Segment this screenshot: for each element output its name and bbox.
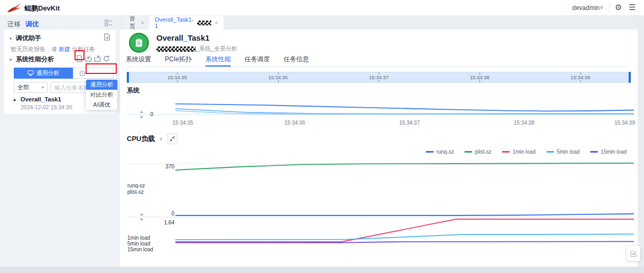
y-axis-name: plist-sz	[127, 189, 144, 195]
y-axis-name: runq-sz	[127, 183, 145, 189]
timeline-label: 15:34:36	[268, 74, 288, 80]
x-tick: 15:34:39	[614, 120, 635, 126]
assistant-empty-text: 暂无历史报告，请 新建 分析任务	[11, 45, 95, 53]
y-max-label: 1.64	[164, 220, 175, 225]
new-task-icon[interactable]	[76, 55, 83, 62]
tab-task-info[interactable]: 任务信息	[284, 55, 309, 67]
new-report-icon[interactable]	[104, 33, 110, 41]
series-5min load	[175, 234, 634, 239]
cpu-load-legend: runq-sz plist-sz 1min load 5min load 15m…	[127, 149, 627, 155]
chevron-down-icon[interactable]: ∨	[159, 136, 163, 142]
task-status-icon-inner	[130, 34, 147, 51]
menu-item-ai-tuning[interactable]: AI调优	[86, 100, 117, 110]
edit-icon	[630, 250, 637, 257]
tab-home[interactable]: 首页 ×	[124, 16, 150, 30]
right-gutter	[638, 16, 644, 267]
history-analysis-button[interactable]	[73, 68, 114, 79]
task-tree-item[interactable]: ▸ Overall_Task1	[14, 96, 61, 102]
y-axis-name: 15min load	[127, 247, 153, 252]
divider	[126, 67, 629, 67]
collapse-icon	[169, 136, 175, 142]
tab-overall-task1[interactable]: Overall_Task1-1 ×	[150, 16, 223, 30]
cpu-load-chart[interactable]: 370 runq-sz plist-sz 0 1.64 1min load 5m…	[120, 157, 638, 256]
task-type-select[interactable]: 全部 ▾	[14, 82, 48, 93]
close-icon[interactable]: ×	[215, 20, 218, 26]
refresh-icon[interactable]	[103, 55, 110, 62]
monitor-icon	[27, 70, 34, 76]
caret-down-icon: ▾	[42, 85, 44, 90]
legend-item-1min-load[interactable]: 1min load	[502, 149, 535, 155]
tab-system-settings[interactable]: 系统设置	[126, 55, 151, 67]
close-icon[interactable]: ×	[141, 20, 144, 26]
menu-item-compare-analysis[interactable]: 对比分析	[86, 90, 117, 100]
series-sys-line-1	[175, 104, 634, 111]
task-name: Overall_Task1	[21, 96, 61, 102]
sidebar-tab-migration[interactable]: 迁移	[7, 20, 21, 29]
timeline-tick: 15:34:36	[268, 72, 288, 82]
sysperf-section-title: 系统性能分析	[16, 55, 54, 63]
page-subtitle: _系统_全景分析	[156, 45, 237, 53]
caret-down-icon: ▾	[10, 57, 12, 62]
system-chart-series	[175, 104, 634, 115]
tree-view-icon[interactable]	[105, 20, 113, 27]
collapse-chart-button[interactable]	[167, 134, 178, 144]
sysperf-section-header[interactable]: ▾ 系统性能分析	[10, 55, 54, 64]
brand-logo-icon	[6, 2, 22, 14]
empty-text-prefix: 暂无历史报告，请	[11, 46, 59, 52]
timeline-tick: 15:34:37	[369, 72, 389, 82]
redacted-text	[156, 46, 195, 52]
timeline-tick: 15:34:39	[571, 72, 590, 82]
content-tabs: 系统设置 PCIe拓扑 系统性能 任务调度 任务信息	[126, 55, 309, 67]
legend-label: 5min load	[557, 149, 580, 155]
system-chart[interactable]: 0 15:34:35 15:34:36 15:34:37 15:34:38 15…	[120, 92, 638, 134]
clock-icon	[79, 70, 86, 77]
caret-down-icon: ▾	[10, 36, 12, 41]
task-type-value: 全部	[17, 83, 29, 91]
timeline-brush[interactable]: 15:34:35 15:34:36 15:34:37 15:34:38 15:3…	[127, 72, 631, 83]
legend-swatch	[546, 151, 554, 153]
sidebar-tab-tuning[interactable]: 调优	[25, 20, 39, 29]
legend-item-runq-sz[interactable]: runq-sz	[426, 149, 454, 155]
legend-item-15min-load[interactable]: 15min load	[590, 149, 627, 155]
y-max-label: 370	[165, 164, 174, 170]
timeline-label: 15:34:38	[470, 74, 489, 80]
timeline-tick: 15:34:38	[470, 72, 489, 82]
assistant-section-title: 调优助手	[16, 34, 41, 42]
menu-item-general-analysis[interactable]: 通用分析	[86, 80, 117, 90]
hamburger-icon[interactable]: ☰	[629, 3, 636, 12]
general-analysis-button[interactable]: 通用分析	[14, 68, 73, 79]
legend-swatch	[502, 151, 510, 153]
legend-item-5min-load[interactable]: 5min load	[546, 149, 580, 155]
task-status-icon	[129, 33, 149, 53]
redacted-text	[197, 21, 211, 25]
gear-icon[interactable]: ⚙	[615, 3, 622, 12]
task-timestamp: 2024-12-02 15:34:30	[21, 104, 72, 110]
y-axis-name: 1min load	[127, 235, 150, 241]
timeline-tick: 15:34:35	[167, 72, 187, 82]
timeline-handle-left[interactable]	[127, 72, 129, 83]
create-task-link[interactable]: 新建	[59, 46, 70, 52]
tab-pcie-topology[interactable]: PCIe拓扑	[165, 55, 192, 67]
export-task-icon[interactable]	[94, 55, 101, 62]
x-tick: 15:34:35	[173, 120, 193, 126]
legend-label: runq-sz	[436, 149, 454, 155]
tab-task-scheduling[interactable]: 任务调度	[245, 55, 270, 67]
cpu-load-header: CPU负载 ∨	[127, 134, 178, 144]
cpu-load-upper-series	[175, 163, 634, 215]
caret-right-icon: ▸	[14, 97, 16, 102]
user-menu[interactable]: devadmin	[572, 4, 600, 12]
import-task-icon[interactable]	[85, 55, 92, 62]
tab-system-performance[interactable]: 系统性能	[206, 55, 231, 67]
chevron-down-icon[interactable]: ∨	[600, 4, 603, 10]
y-axis-zero-label: 0	[171, 211, 174, 216]
timeline-label: 15:34:35	[167, 74, 187, 80]
page-title: Overall_Task1	[156, 33, 210, 42]
legend-label: 1min load	[512, 149, 535, 155]
legend-swatch	[464, 151, 472, 153]
legend-item-plist-sz[interactable]: plist-sz	[464, 149, 491, 155]
feedback-button[interactable]	[627, 246, 640, 261]
tab-home-label: 首页	[129, 15, 137, 31]
document-tabstrip: 首页 × Overall_Task1-1 ×	[120, 16, 638, 30]
assistant-section-header[interactable]: ▾ 调优助手	[10, 34, 41, 43]
timeline-handle-right[interactable]	[629, 72, 631, 83]
